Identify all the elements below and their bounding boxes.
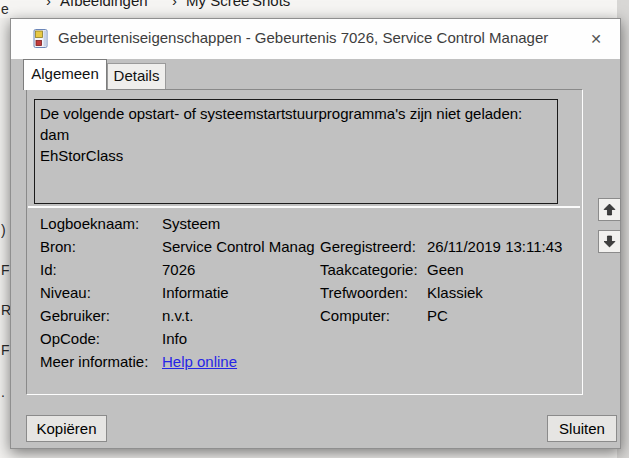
next-event-button[interactable]: [598, 230, 621, 253]
field-label-id: Id:: [40, 261, 57, 278]
tab-algemeen[interactable]: Algemeen: [23, 59, 107, 90]
dialog-title: Gebeurteniseigenschappen - Gebeurtenis 7…: [58, 29, 548, 46]
dialog-titlebar[interactable]: Gebeurteniseigenschappen - Gebeurtenis 7…: [11, 19, 620, 59]
field-value-opcode: Info: [162, 330, 187, 347]
field-label-taakcategorie: Taakcategorie:: [320, 261, 418, 278]
background-text-fragment: F: [1, 262, 10, 278]
event-description-line: De volgende opstart- of systeemstartstuu…: [40, 103, 552, 124]
event-log-icon: [33, 29, 49, 48]
field-value-bron: Service Control Manag: [162, 238, 315, 255]
field-label-trefwoorden: Trefwoorden:: [320, 284, 408, 301]
field-value-computer: PC: [427, 307, 448, 324]
background-window-strip: › Afbeeldingen › My Scree Shots: [0, 0, 629, 18]
field-label-logboeknaam: Logboeknaam:: [40, 215, 139, 232]
field-label-bron: Bron:: [40, 238, 76, 255]
background-text-fragment: F: [1, 342, 10, 358]
breadcrumb-chevron: ›: [172, 0, 177, 9]
field-value-taakcategorie: Geen: [427, 261, 464, 278]
field-value-logboeknaam: Systeem: [162, 215, 220, 232]
close-icon[interactable]: ✕: [584, 27, 608, 51]
field-value-id: 7026: [162, 261, 195, 278]
background-text-fragment: R: [1, 302, 10, 318]
background-text-fragment: e: [1, 1, 10, 17]
breadcrumb-item: Afbeeldingen: [60, 0, 148, 9]
background-text-fragment: .: [1, 384, 10, 400]
breadcrumb-item: My Scree: [186, 0, 249, 9]
field-label-gebruiker: Gebruiker:: [40, 307, 110, 324]
field-label-niveau: Niveau:: [40, 284, 91, 301]
close-dialog-button[interactable]: Sluiten: [547, 415, 617, 442]
event-description-box[interactable]: De volgende opstart- of systeemstartstuu…: [34, 99, 558, 204]
field-value-geregistreerd: 26/11/2019 13:11:43: [427, 238, 562, 255]
field-label-geregistreerd: Geregistreerd:: [320, 238, 416, 255]
general-tab-panel: De volgende opstart- of systeemstartstuu…: [26, 89, 583, 395]
background-text-fragment: ): [1, 222, 10, 238]
field-label-opcode: OpCode:: [40, 330, 100, 347]
field-value-trefwoorden: Klassiek: [427, 284, 483, 301]
field-label-meer-informatie: Meer informatie:: [40, 353, 148, 370]
separator-line: [28, 206, 580, 208]
event-description-line: EhStorClass: [40, 145, 552, 166]
breadcrumb-chevron: ›: [46, 0, 51, 9]
breadcrumb-item: Shots: [252, 0, 290, 9]
field-label-computer: Computer:: [320, 307, 390, 324]
help-online-link[interactable]: Help online: [162, 353, 237, 370]
copy-button[interactable]: Kopiëren: [26, 415, 107, 442]
field-value-gebruiker: n.v.t.: [162, 307, 193, 324]
tab-details[interactable]: Details: [107, 63, 166, 90]
field-value-niveau: Informatie: [162, 284, 229, 301]
arrow-up-icon: [602, 202, 617, 217]
arrow-down-icon: [602, 234, 617, 249]
previous-event-button[interactable]: [598, 198, 621, 221]
event-properties-dialog: Gebeurteniseigenschappen - Gebeurtenis 7…: [10, 18, 621, 449]
event-description-line: dam: [40, 124, 552, 145]
